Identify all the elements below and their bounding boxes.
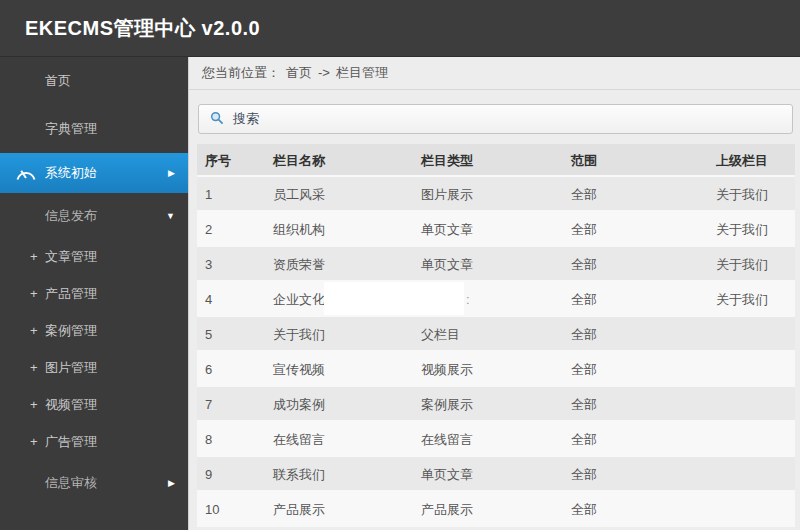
sidebar-item-10[interactable]: +广告管理 xyxy=(0,423,188,460)
censored-white-patch xyxy=(324,282,464,315)
sidebar-item-9[interactable]: +视频管理 xyxy=(0,386,188,423)
cell-name: 组织机构 xyxy=(267,212,417,245)
sidebar-item-1[interactable]: 首页 xyxy=(0,57,188,105)
cell-name: 关于我们 xyxy=(267,317,417,350)
cell-parent xyxy=(712,387,795,420)
table-row[interactable]: 9联系我们单页文章全部 xyxy=(197,457,795,492)
sidebar-item-4[interactable]: 信息发布▼ xyxy=(0,193,188,238)
cell-parent xyxy=(712,422,795,455)
sidebar-item-8[interactable]: +图片管理 xyxy=(0,349,188,386)
plus-icon: + xyxy=(30,386,38,423)
columns-table: 序号 栏目名称 栏目类型 范围 上级栏目 1员工风采图片展示全部关于我们2组织机… xyxy=(197,144,795,527)
cell-no: 1 xyxy=(197,177,267,210)
table-body: 1员工风采图片展示全部关于我们2组织机构单页文章全部关于我们3资质荣誉单页文章全… xyxy=(197,177,795,527)
table-row[interactable]: 4企业文化全部关于我们: xyxy=(197,282,795,317)
cell-type: 产品展示 xyxy=(417,492,567,527)
cell-name: 成功案例 xyxy=(267,387,417,420)
sidebar-item-3-active[interactable]: 系统初始▶ xyxy=(0,153,188,193)
cell-no: 8 xyxy=(197,422,267,455)
table-row[interactable]: 2组织机构单页文章全部关于我们 xyxy=(197,212,795,247)
cell-scope: 全部 xyxy=(567,247,712,280)
table-row[interactable]: 1员工风采图片展示全部关于我们 xyxy=(197,177,795,212)
sidebar-item-label: 视频管理 xyxy=(0,397,97,412)
table-row[interactable]: 10产品展示产品展示全部 xyxy=(197,492,795,527)
sidebar-item-label: 广告管理 xyxy=(0,434,97,449)
cell-type: 在线留言 xyxy=(417,422,567,455)
col-header-name: 栏目名称 xyxy=(267,144,417,175)
cell-no: 9 xyxy=(197,457,267,490)
breadcrumb-link-home[interactable]: 首页 xyxy=(286,65,312,80)
sidebar-item-label: 信息发布 xyxy=(0,208,97,223)
cell-no: 10 xyxy=(197,492,267,527)
cell-scope: 全部 xyxy=(567,352,712,385)
table-row[interactable]: 8在线留言在线留言全部 xyxy=(197,422,795,457)
sidebar-item-label: 图片管理 xyxy=(0,360,97,375)
chevron-right-icon: ▶ xyxy=(168,168,175,178)
col-header-no: 序号 xyxy=(197,144,267,175)
plus-icon: + xyxy=(30,312,38,349)
table-header-row: 序号 栏目名称 栏目类型 范围 上级栏目 xyxy=(197,144,795,177)
table-row[interactable]: 6宣传视频视频展示全部 xyxy=(197,352,795,387)
cell-type: 单页文章 xyxy=(417,212,567,245)
cell-type: 父栏目 xyxy=(417,317,567,350)
sidebar-item-label: 字典管理 xyxy=(0,121,97,136)
chevron-down-icon: ▼ xyxy=(166,211,175,221)
sidebar-item-label: 产品管理 xyxy=(0,286,97,301)
app-title: EKECMS管理中心 v2.0.0 xyxy=(0,0,800,57)
cell-no: 3 xyxy=(197,247,267,280)
sidebar-item-6[interactable]: +产品管理 xyxy=(0,275,188,312)
plus-icon: + xyxy=(30,423,38,460)
breadcrumb-current: 栏目管理 xyxy=(336,65,388,80)
sidebar-item-label: 案例管理 xyxy=(0,323,97,338)
main-content: 您当前位置：首页->栏目管理 搜索 序号 栏目名称 栏目类型 范围 上级栏目 1… xyxy=(188,57,800,530)
search-icon xyxy=(210,111,224,125)
cell-no: 4 xyxy=(197,282,267,315)
sidebar-item-label: 信息审核 xyxy=(0,475,97,490)
sidebar-menu: 首页字典管理系统初始▶信息发布▼+文章管理+产品管理+案例管理+图片管理+视频管… xyxy=(0,57,188,530)
cell-scope: 全部 xyxy=(567,387,712,420)
col-header-type: 栏目类型 xyxy=(417,144,567,175)
cell-no: 7 xyxy=(197,387,267,420)
cell-name: 在线留言 xyxy=(267,422,417,455)
search-button-label: 搜索 xyxy=(233,111,259,126)
search-button[interactable]: 搜索 xyxy=(198,104,793,134)
sidebar-item-7[interactable]: +案例管理 xyxy=(0,312,188,349)
cell-scope: 全部 xyxy=(567,492,712,527)
cell-type: 图片展示 xyxy=(417,177,567,210)
cell-parent: 关于我们 xyxy=(712,212,795,245)
gauge-icon xyxy=(15,165,37,181)
table-row[interactable]: 3资质荣誉单页文章全部关于我们 xyxy=(197,247,795,282)
cell-parent xyxy=(712,352,795,385)
cell-scope: 全部 xyxy=(567,422,712,455)
sidebar-item-11[interactable]: 信息审核▶ xyxy=(0,460,188,505)
sidebar-item-5[interactable]: +文章管理 xyxy=(0,238,188,275)
cell-parent: 关于我们 xyxy=(712,282,795,315)
cell-scope: 全部 xyxy=(567,317,712,350)
sidebar-item-label: 首页 xyxy=(0,73,71,88)
breadcrumb-prefix: 您当前位置： xyxy=(202,65,280,80)
cell-parent: 关于我们 xyxy=(712,177,795,210)
cell-type: 单页文章 xyxy=(417,457,567,490)
col-header-parent: 上级栏目 xyxy=(712,144,795,175)
breadcrumb: 您当前位置：首页->栏目管理 xyxy=(189,57,800,90)
censored-remnant-text: : xyxy=(466,282,470,317)
table-row[interactable]: 7成功案例案例展示全部 xyxy=(197,387,795,422)
cell-no: 6 xyxy=(197,352,267,385)
table-row[interactable]: 5关于我们父栏目全部 xyxy=(197,317,795,352)
sidebar-item-2[interactable]: 字典管理 xyxy=(0,105,188,153)
chevron-right-icon: ▶ xyxy=(168,478,175,488)
cell-name: 资质荣誉 xyxy=(267,247,417,280)
plus-icon: + xyxy=(30,275,38,312)
cell-name: 员工风采 xyxy=(267,177,417,210)
breadcrumb-separator: -> xyxy=(318,65,330,80)
cell-parent xyxy=(712,457,795,490)
cell-type: 案例展示 xyxy=(417,387,567,420)
cell-no: 2 xyxy=(197,212,267,245)
cell-scope: 全部 xyxy=(567,282,712,315)
top-bar: EKECMS管理中心 v2.0.0 xyxy=(0,0,800,57)
col-header-scope: 范围 xyxy=(567,144,712,175)
cell-name: 联系我们 xyxy=(267,457,417,490)
cell-parent xyxy=(712,317,795,350)
cell-scope: 全部 xyxy=(567,177,712,210)
cell-scope: 全部 xyxy=(567,212,712,245)
